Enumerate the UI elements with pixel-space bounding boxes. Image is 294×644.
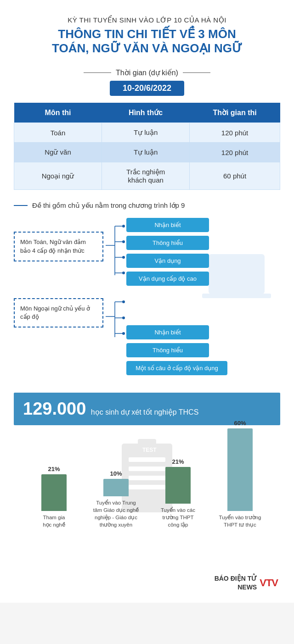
stats-number: 129.000	[23, 399, 86, 418]
levels-bottom-group: Nhận biếtThông hiểuMột số câu ở cấp độ v…	[126, 325, 280, 379]
time-label: Thời gian (dự kiến)	[14, 68, 280, 77]
chart-container: TEST 21%Tham gia học nghề10%Tuyển vào Tr…	[14, 432, 280, 565]
svg-point-13	[122, 300, 125, 303]
exam-table: Môn thi Hình thức Thời gian thi ToánTự l…	[14, 103, 280, 190]
bar-group: 10%Tuyển vào Trung tâm Giáo dục nghề ngh…	[89, 470, 143, 528]
bar-label: Tuyển vào các trường THPT công lập	[151, 506, 205, 528]
bar-group: 21%Tuyển vào các trường THPT công lập	[151, 458, 205, 528]
table-header-mon: Môn thi	[14, 103, 102, 123]
diagram-section: Môn Toán, Ngữ văn đảm bảo 4 cấp độ nhận …	[14, 218, 280, 379]
bar	[165, 467, 191, 504]
table-header-hinh: Hình thức	[102, 103, 190, 123]
level-btn-bottom: Thông hiểu	[126, 343, 209, 357]
svg-point-3	[122, 225, 125, 228]
connector-svg	[103, 218, 126, 369]
level-btn-top: Nhận biết	[126, 218, 209, 232]
table-cell: 120 phút	[190, 123, 280, 143]
level-btn-bottom: Một số câu ở cấp độ vận dụng	[126, 361, 227, 375]
bar	[227, 428, 253, 511]
level-btn-top: Vận dụng cấp độ cao	[126, 272, 209, 286]
bar-pct: 10%	[110, 470, 122, 477]
level-btn-top: Thông hiểu	[126, 236, 209, 250]
bar	[41, 474, 67, 511]
bar-label: Tham gia học nghề	[27, 514, 81, 528]
time-section: Thời gian (dự kiến) 10-20/6/2022	[14, 68, 280, 96]
table-cell: Toán	[14, 123, 102, 143]
header-subtitle: KỲ THI TUYỂN SINH VÀO LỚP 10 CỦA HÀ NỘI	[14, 16, 280, 24]
table-cell: Ngoại ngữ	[14, 162, 102, 190]
table-cell: Ngữ văn	[14, 143, 102, 162]
vtv-logo: VTV	[260, 577, 278, 589]
table-cell: Tự luận	[102, 123, 190, 143]
footer: BÁO ĐIỆN TỬ NEWS VTV	[14, 570, 280, 593]
bar-label: Tuyển vào trường THPT tư thục	[213, 514, 267, 528]
levels-top-group: Nhận biếtThông hiểuVận dụngVận dụng cấp …	[126, 218, 280, 289]
table-cell: 60 phút	[190, 162, 280, 190]
svg-point-7	[122, 256, 125, 259]
bar-group: 21%Tham gia học nghề	[27, 466, 81, 528]
svg-point-5	[122, 240, 125, 243]
box2: Môn Ngoại ngữ chủ yếu ở cấp độ	[14, 298, 103, 328]
svg-point-15	[122, 316, 125, 319]
bar-pct: 21%	[172, 458, 184, 465]
level-btn-top: Vận dụng	[126, 254, 209, 268]
box1: Môn Toán, Ngữ văn đảm bảo 4 cấp độ nhận …	[14, 232, 103, 261]
table-header-time: Thời gian thi	[190, 103, 280, 123]
diagram-right: ✓ ✓ ✓ Nhận biếtThông hiểuVận dụngVận dụn…	[126, 218, 280, 379]
svg-rect-19	[202, 294, 271, 298]
svg-point-17	[122, 332, 125, 335]
bar-label: Tuyển vào Trung tâm Giáo dục nghề nghiệp…	[89, 499, 143, 528]
table-cell: Trắc nghiệm khách quan	[102, 162, 190, 190]
svg-point-9	[122, 272, 125, 274]
table-cell: Tự luận	[102, 143, 190, 162]
bar-group: 60%Tuyển vào trường THPT tư thục	[213, 420, 267, 528]
level-btn-bottom: Nhận biết	[126, 325, 209, 339]
table-cell: 120 phút	[190, 143, 280, 162]
stats-text: học sinh dự xét tốt nghiệp THCS	[91, 408, 198, 416]
diagram-connector	[103, 218, 126, 379]
header-title: THÔNG TIN CHI TIẾT VỀ 3 MÔN TOÁN, NGỮ VĂ…	[14, 27, 280, 56]
section2-title: Đề thi gồm chủ yếu nằm trong chương trìn…	[14, 201, 280, 210]
diagram-left: Môn Toán, Ngữ văn đảm bảo 4 cấp độ nhận …	[14, 218, 103, 379]
chart-area: 21%Tham gia học nghề10%Tuyển vào Trung t…	[18, 437, 276, 528]
bar	[103, 479, 129, 496]
time-date: 10-20/6/2022	[110, 81, 184, 96]
bar-pct: 60%	[234, 420, 246, 427]
bar-pct: 21%	[48, 466, 60, 472]
news-label: BÁO ĐIỆN TỬ NEWS	[215, 574, 257, 591]
page-header: KỲ THI TUYỂN SINH VÀO LỚP 10 CỦA HÀ NỘI …	[14, 9, 280, 60]
